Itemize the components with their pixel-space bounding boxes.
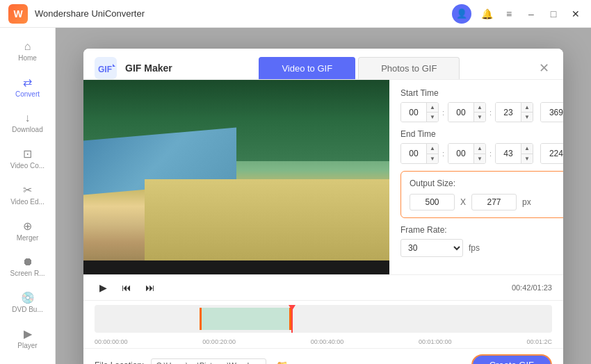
output-height-input[interactable] (471, 194, 517, 210)
frame-rate-label: Frame Rate: (400, 225, 563, 235)
skip-back-button[interactable]: ⏮ (118, 279, 135, 296)
start-minutes-down[interactable]: ▼ (474, 112, 485, 122)
sidebar: ⌂ Home ⇄ Convert ↓ Download ⊡ Video Co..… (0, 28, 56, 364)
play-button[interactable]: ▶ (95, 279, 111, 296)
end-minutes-up[interactable]: ▲ (474, 144, 485, 153)
end-hours-down[interactable]: ▼ (427, 154, 438, 163)
sidebar-item-record-label: Screen R... (10, 270, 44, 277)
minimize-button[interactable]: – (524, 7, 538, 21)
start-minutes-input[interactable] (448, 103, 473, 122)
frame-rate-row: Frame Rate: 15 24 30 60 fps (400, 225, 563, 257)
start-minutes-up[interactable]: ▲ (474, 103, 485, 112)
start-hours-up[interactable]: ▲ (427, 103, 438, 112)
start-hours-down[interactable]: ▼ (427, 112, 438, 122)
sidebar-item-toolbox[interactable]: ⊞ Toolbox (0, 358, 55, 364)
video-preview (83, 80, 389, 274)
record-icon: ⏺ (22, 256, 33, 268)
sidebar-item-screen-record[interactable]: ⏺ Screen R... (0, 250, 55, 283)
start-seconds-up[interactable]: ▲ (521, 103, 533, 112)
modal-close-button[interactable]: ✕ (535, 60, 552, 76)
timestamp-3: 00:01:00:00 (419, 338, 452, 345)
end-time-row: End Time ▲ ▼ : (400, 129, 563, 163)
output-width-input[interactable] (410, 194, 455, 210)
close-button[interactable]: ✕ (569, 7, 583, 21)
file-location-path[interactable]: C:\Users\ws\Pictures\Wonder... (151, 358, 266, 365)
browse-folder-button[interactable]: 📁 (273, 357, 290, 365)
sidebar-item-download-label: Download (12, 126, 42, 133)
timeline-bar[interactable] (95, 305, 552, 333)
start-hours-input[interactable] (401, 103, 426, 122)
notification-icon[interactable]: 🔔 (480, 7, 494, 21)
main-content: ⌂ Home ⇄ Convert ↓ Download ⊡ Video Co..… (0, 28, 591, 364)
title-bar-controls: 👤 🔔 ≡ – □ ✕ (452, 4, 583, 24)
menu-icon[interactable]: ≡ (502, 7, 516, 21)
end-seconds-input[interactable] (496, 144, 521, 163)
sidebar-item-merger[interactable]: ⊕ Merger (0, 214, 55, 247)
end-seconds-down[interactable]: ▼ (521, 154, 533, 163)
size-unit-label: px (522, 197, 531, 207)
fps-label: fps (469, 243, 480, 253)
end-seconds-arrows: ▲ ▼ (521, 144, 533, 163)
end-time-seconds: ▲ ▼ (495, 143, 533, 163)
size-x-separator: X (460, 197, 466, 207)
sidebar-item-merger-label: Merger (17, 234, 39, 242)
modal-tabs: Video to GIF Photos to GIF (184, 57, 535, 79)
sidebar-item-dvd[interactable]: 💿 DVD Bu... (0, 286, 55, 319)
beach-scene (83, 80, 389, 260)
timeline-area: 00:00:00:00 00:00:20:00 00:00:40:00 00:0… (83, 300, 563, 348)
beach-sand (145, 179, 389, 260)
start-ms-input[interactable] (541, 103, 563, 122)
tab-video-to-gif[interactable]: Video to GIF (259, 57, 355, 79)
timestamp-0: 00:00:00:00 (95, 338, 128, 345)
end-ms-input[interactable] (541, 144, 563, 163)
sidebar-item-compress-label: Video Co... (10, 162, 44, 169)
tab-photos-to-gif[interactable]: Photos to GIF (358, 57, 460, 79)
gif-maker-icon: GIF (95, 57, 117, 79)
merger-icon: ⊕ (23, 220, 32, 233)
end-time-minutes: ▲ ▼ (448, 143, 486, 163)
sidebar-item-video-edit[interactable]: ✂ Video Ed... (0, 178, 55, 211)
create-gif-button[interactable]: Create GIF (471, 354, 552, 364)
output-size-inputs: X px (410, 194, 563, 210)
end-hours-input[interactable] (401, 144, 426, 163)
end-minutes-arrows: ▲ ▼ (473, 144, 485, 163)
frame-rate-select[interactable]: 15 24 30 60 (400, 239, 463, 257)
sidebar-item-player[interactable]: ▶ Player (0, 322, 55, 355)
end-minutes-down[interactable]: ▼ (474, 154, 485, 163)
sidebar-item-video-compress[interactable]: ⊡ Video Co... (0, 142, 55, 175)
timestamp-2: 00:00:40:00 (311, 338, 344, 345)
video-time: 00:42/01:23 (512, 283, 552, 292)
modal-overlay: GIF GIF Maker Video to GIF Photos to GIF… (56, 28, 591, 364)
controls-panel: Start Time ▲ ▼ : (389, 80, 563, 274)
gif-maker-modal: GIF GIF Maker Video to GIF Photos to GIF… (83, 49, 563, 364)
start-minutes-arrows: ▲ ▼ (473, 103, 485, 122)
start-seconds-down[interactable]: ▼ (521, 112, 533, 122)
skip-forward-button[interactable]: ⏭ (142, 279, 159, 296)
timeline-playhead[interactable] (291, 305, 293, 333)
start-seconds-arrows: ▲ ▼ (521, 103, 533, 122)
modal-body: Start Time ▲ ▼ : (83, 80, 563, 274)
timeline-timestamps: 00:00:00:00 00:00:20:00 00:00:40:00 00:0… (95, 337, 552, 348)
convert-icon: ⇄ (23, 76, 32, 89)
profile-icon[interactable]: 👤 (452, 4, 471, 24)
sidebar-item-home-label: Home (18, 54, 37, 62)
sidebar-item-download[interactable]: ↓ Download (0, 106, 55, 139)
end-minutes-input[interactable] (448, 144, 473, 163)
timeline-selection[interactable] (200, 308, 291, 330)
content-area: GIF GIF Maker Video to GIF Photos to GIF… (56, 28, 591, 364)
sidebar-item-convert-label: Convert (15, 90, 40, 98)
sidebar-item-convert[interactable]: ⇄ Convert (0, 70, 55, 104)
sidebar-item-home[interactable]: ⌂ Home (0, 35, 55, 67)
end-hours-up[interactable]: ▲ (427, 144, 438, 153)
dvd-icon: 💿 (21, 291, 35, 304)
frame-rate-select-row: 15 24 30 60 fps (400, 239, 563, 257)
title-bar: W Wondershare UniConverter 👤 🔔 ≡ – □ ✕ (0, 0, 591, 28)
start-time-ms: ▲ ▼ (540, 102, 563, 122)
start-time-inputs: ▲ ▼ : ▲ ▼ (400, 102, 563, 122)
start-seconds-input[interactable] (496, 103, 521, 122)
end-seconds-up[interactable]: ▲ (521, 144, 533, 153)
app-window: W Wondershare UniConverter 👤 🔔 ≡ – □ ✕ ⌂… (0, 0, 591, 364)
output-size-label: Output Size: (410, 179, 563, 188)
download-icon: ↓ (25, 112, 31, 124)
maximize-button[interactable]: □ (547, 7, 560, 21)
